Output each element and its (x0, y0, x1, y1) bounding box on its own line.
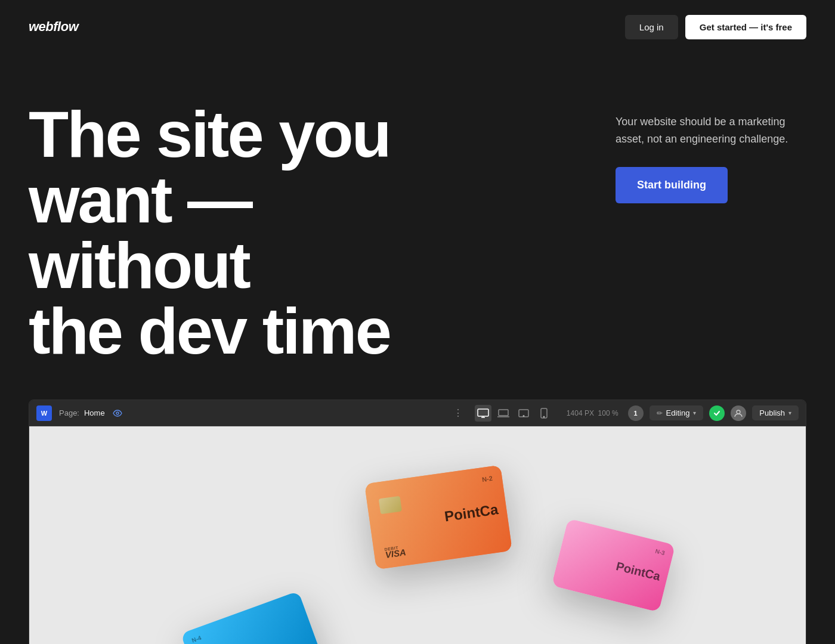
logo: webflow (29, 19, 78, 35)
toolbar-user-avatar: 1 (628, 405, 644, 421)
toolbar-page-name[interactable]: Home (84, 408, 105, 417)
card-chip (379, 496, 402, 515)
hero-subtext: Your website should be a marketing asset… (616, 113, 806, 148)
publish-button[interactable]: Publish ▾ (752, 405, 799, 420)
svg-point-0 (116, 412, 119, 414)
card-number-label: N-2 (481, 475, 493, 483)
card-blue: N-4 intCa (181, 591, 325, 644)
start-building-button[interactable]: Start building (616, 167, 728, 203)
login-button[interactable]: Log in (625, 15, 678, 39)
cards-scene: N-2 PointCa DEBIT VISA N-3 PointCa N-4 i… (29, 426, 806, 644)
editor-toolbar: W Page: Home ⋮ (29, 400, 806, 426)
header-nav: Log in Get started — it's free (625, 15, 806, 39)
editor-canvas: N-2 PointCa DEBIT VISA N-3 PointCa N-4 i… (29, 426, 806, 644)
toolbar-right-controls: 1 ✏ Editing ▾ Publ (628, 405, 799, 421)
svg-point-6 (523, 415, 524, 416)
publish-label: Publish (759, 408, 785, 417)
editing-chevron-icon: ▾ (693, 410, 696, 416)
viewport-tablet-landscape[interactable] (515, 405, 532, 422)
toolbar-webflow-logo: W (36, 405, 52, 421)
headline-line-2: want — without (29, 163, 251, 302)
hero-cta-block: Your website should be a marketing asset… (616, 101, 806, 203)
viewport-selector (475, 405, 552, 422)
editor-preview: W Page: Home ⋮ (29, 400, 806, 644)
editing-label: Editing (666, 408, 690, 417)
headline-line-3: the dev time (29, 294, 390, 367)
hero-headline: The site you want — without the dev time (29, 101, 458, 364)
viewport-desktop[interactable] (475, 405, 491, 422)
headline-line-1: The site you (29, 97, 390, 171)
hero-section: The site you want — without the dev time… (0, 54, 835, 400)
viewport-laptop[interactable] (495, 405, 512, 422)
edit-icon: ✏ (657, 409, 663, 417)
card-orange: N-2 PointCa DEBIT VISA (364, 465, 512, 570)
blue-card-number: N-4 (191, 634, 202, 644)
toolbar-page-prefix: Page: (59, 408, 79, 417)
card-pink: N-3 PointCa (552, 518, 676, 612)
toolbar-more-options[interactable]: ⋮ (451, 407, 465, 419)
card-brand-name: PointCa (443, 501, 499, 525)
svg-point-8 (543, 416, 545, 417)
publish-chevron-icon: ▾ (788, 410, 791, 416)
card-network-label: VISA (385, 547, 407, 560)
svg-rect-4 (499, 410, 508, 416)
eye-icon[interactable] (112, 408, 123, 419)
toolbar-dimensions: 1404 PX 100 % (567, 409, 618, 417)
pink-card-number: N-3 (654, 547, 665, 556)
editing-mode-button[interactable]: ✏ Editing ▾ (650, 405, 704, 420)
pink-card-brand: PointCa (615, 559, 662, 584)
toolbar-user-profile[interactable] (731, 405, 746, 421)
header: webflow Log in Get started — it's free (0, 0, 835, 54)
get-started-button[interactable]: Get started — it's free (685, 15, 806, 39)
status-check-icon (709, 405, 725, 421)
viewport-mobile[interactable] (536, 405, 552, 422)
svg-point-9 (737, 410, 740, 414)
svg-rect-1 (478, 409, 488, 416)
hero-headline-block: The site you want — without the dev time (29, 101, 458, 364)
